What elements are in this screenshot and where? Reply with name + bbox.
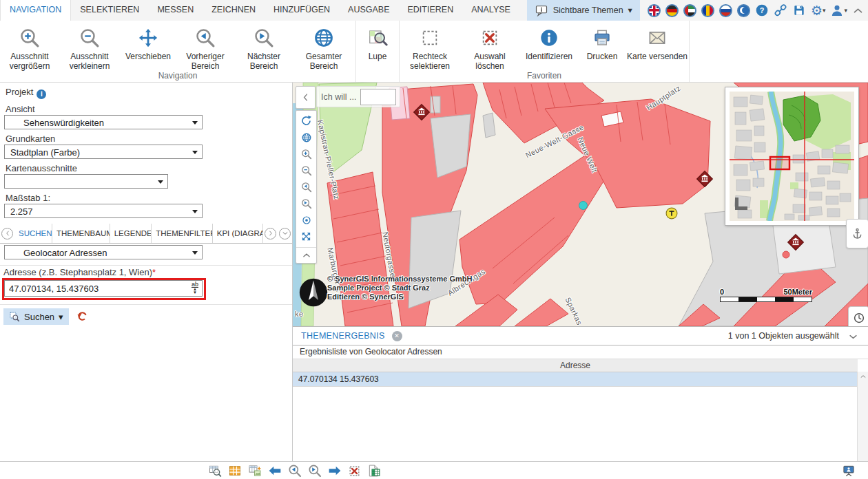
clear-selection-button[interactable]: Auswahl löschen [460,21,519,71]
project-label: Projekti [6,87,46,99]
save-icon[interactable] [792,3,806,17]
help-icon[interactable] [755,3,769,17]
tab-themenergebnis[interactable]: THEMENERGEBNIS [301,331,385,341]
results-scrollbar[interactable] [857,372,868,462]
results-row-selected[interactable]: 47.070134 15.437603 [293,372,858,387]
menu-tab-navigation[interactable]: NAVIGATION [0,0,71,21]
tab-legende[interactable]: LEGENDE [110,224,152,243]
search-button[interactable]: Suchen ▾ [3,308,69,325]
previous-extent-icon[interactable] [301,182,312,193]
close-tab-icon[interactable]: ✕ [392,331,402,341]
next-extent-button[interactable]: Nächster Bereich [234,21,293,71]
zoom-in-icon[interactable] [301,149,312,160]
russia-flag-icon[interactable] [719,4,732,17]
zoom-out-button[interactable]: Ausschnitt verkleinern [59,21,120,71]
overview-map[interactable] [725,87,858,225]
menu-tab-messen[interactable]: MESSEN [148,0,203,21]
collapse-results-icon[interactable] [848,332,858,344]
table-report-icon[interactable] [248,464,262,478]
visible-themes-label: Sichtbare Themen [553,6,623,15]
identify-button[interactable]: Identifizieren [519,21,579,61]
germany-flag-icon[interactable] [665,4,679,17]
kartenausschnitte-dropdown[interactable] [4,174,168,189]
user-icon[interactable]: ▾ [830,3,847,17]
refresh-map-icon[interactable] [300,115,312,127]
street-label: ke [295,310,303,318]
map-viewport: Kapistran-Pieller-Platz Marburger K Neut… [293,83,868,326]
full-extent-button[interactable]: Gesamter Bereich [293,21,354,71]
menu-tab-hinzufuegen[interactable]: HINZUFÜGEN [265,0,339,21]
results-panel: THEMENERGEBNIS ✕ 1 von 1 Objekten ausgew… [293,326,868,462]
ribbon-group-label: Favoriten [400,71,689,81]
info-icon[interactable]: i [37,89,46,99]
tab-themenfilter[interactable]: THEMENFILTER [152,224,213,243]
settings-gear-icon[interactable]: ⚙▾ [811,4,826,17]
export-excel-icon[interactable] [367,464,381,478]
menu-tab-selektieren[interactable]: SELEKTIEREN [71,0,148,21]
previous-extent-button[interactable]: Vorheriger Bereich [176,21,234,71]
uk-flag-icon[interactable] [648,4,661,17]
time-slider-button[interactable] [848,306,868,326]
selection-status: 1 von 1 Objekten ausgewählt [728,331,839,341]
collapse-ribbon-icon[interactable] [852,5,864,17]
address-input[interactable] [4,280,203,297]
tab-kpi-diagramm[interactable]: KPI (DIAGRA [213,224,263,243]
museum-poi-marker[interactable] [413,103,431,123]
scale-bar: 050Meter [720,288,812,302]
send-map-button[interactable]: Karte versenden [626,21,689,61]
center-map-icon[interactable] [301,215,312,226]
i-will-input[interactable] [360,89,396,105]
next-view-icon[interactable] [308,464,322,478]
table-icon[interactable] [228,464,242,478]
museum-poi-marker[interactable] [787,233,805,253]
massstab-dropdown[interactable]: 2.257 [4,204,203,218]
magnifier-button[interactable]: Lupe [356,21,399,61]
tabs-scroll-right-icon[interactable] [265,228,276,240]
chevron-down-icon [192,151,198,154]
link-icon[interactable] [774,3,787,17]
romania-flag-icon[interactable] [701,4,714,17]
next-record-icon[interactable] [328,464,342,478]
clear-selection-icon[interactable] [348,465,361,478]
ansicht-dropdown[interactable]: Sehenswürdigkeiten [4,115,203,129]
zoom-in-button[interactable]: Ausschnitt vergrößern [0,21,59,71]
open-table-icon[interactable] [208,464,222,478]
undo-search-icon[interactable] [76,310,88,324]
field-label-ansicht: Ansicht [6,104,35,114]
menu-tab-analyse[interactable]: ANALYSE [462,0,519,21]
expand-map-icon[interactable] [301,231,311,242]
next-extent-icon[interactable] [301,198,312,209]
collapse-toolbar-icon[interactable] [296,247,316,260]
search-result-point[interactable] [579,201,588,210]
uae-flag-icon[interactable] [683,4,696,17]
tabs-overflow-icon[interactable] [279,228,291,240]
previous-extent-icon [195,24,216,52]
menu-tab-editieren[interactable]: EDITIEREN [398,0,462,21]
museum-poi-marker[interactable] [696,170,714,190]
full-extent-icon[interactable] [301,132,312,143]
scale-end: 50Meter [783,288,812,296]
visible-themes-dropdown[interactable]: Sichtbare Themen ▾ [527,0,640,21]
previous-record-icon[interactable] [268,464,282,478]
presentation-icon[interactable] [842,464,856,479]
pan-button[interactable]: Verschieben [120,21,176,61]
print-button[interactable]: Drucken [579,21,626,61]
transport-poi-marker[interactable] [665,206,679,222]
select-rectangle-button[interactable]: Rechteck selektieren [400,21,460,71]
previous-view-icon[interactable] [288,464,302,478]
tabs-scroll-left-icon[interactable] [1,228,13,240]
tab-suchen[interactable]: SUCHEN [14,224,52,243]
autocomplete-sort-icon[interactable]: ab▲▼ [189,281,201,295]
speech-bubble-info-icon [535,3,548,17]
zoom-out-icon[interactable] [301,165,312,176]
crescent-flag-icon[interactable] [737,4,750,17]
grundkarten-dropdown[interactable]: Stadtplan (Farbe) [4,145,203,159]
geolocator-dropdown[interactable]: Geolocator Adressen [4,245,203,259]
bottom-toolbar [0,461,868,479]
menu-tab-zeichnen[interactable]: ZEICHNEN [203,0,265,21]
results-column-header[interactable]: Adresse [293,359,858,372]
tab-themenbaum[interactable]: THEMENBAUM [52,224,110,243]
pin-overview-button[interactable] [846,219,868,248]
menu-tab-ausgabe[interactable]: AUSGABE [339,0,398,21]
collapse-sidebar-button[interactable] [296,86,316,109]
